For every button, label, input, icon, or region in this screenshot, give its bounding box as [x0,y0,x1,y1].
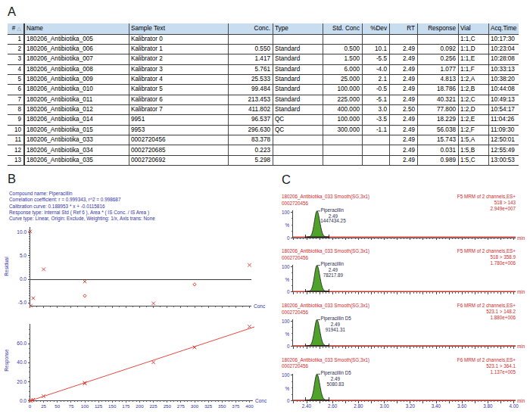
svg-text:0002720456: 0002720456 [282,363,309,369]
svg-text:375: 375 [232,403,240,409]
svg-text:Piperacillin: Piperacillin [321,207,344,213]
svg-text:40.0: 40.0 [17,359,26,365]
svg-text:F5 MRM of 2 channels,ES+: F5 MRM of 2 channels,ES+ [457,194,516,199]
svg-text:0002720456: 0002720456 [282,310,309,315]
svg-text:180206_Antibiotika_033 Smooth(: 180206_Antibiotika_033 Smooth(SG,3x1) [282,248,369,254]
svg-text:523.1 > 364.1: 523.1 > 364.1 [486,363,516,369]
svg-text:180206_Antibiotika_033 Smooth(: 180206_Antibiotika_033 Smooth(SG,3x1) [282,357,369,363]
svg-text:250: 250 [164,403,172,409]
svg-text:0.0: 0.0 [20,398,26,403]
svg-text:0: 0 [287,289,290,294]
svg-text:0002720456: 0002720456 [282,255,309,260]
svg-text:20.0: 20.0 [17,379,26,384]
svg-text:3.60: 3.60 [457,403,467,409]
svg-text:518 > 358.9: 518 > 358.9 [491,254,516,260]
svg-text:350: 350 [218,403,226,409]
svg-text:3.20: 3.20 [406,403,416,409]
svg-text:Conc: Conc [254,303,266,309]
svg-text:Piperacillin D5: Piperacillin D5 [321,370,352,376]
svg-text:3.80: 3.80 [483,403,493,409]
svg-text:0: 0 [29,403,32,409]
svg-text:3.40: 3.40 [432,403,441,409]
svg-text:325: 325 [204,403,213,409]
svg-text:1.880e+006: 1.880e+006 [491,315,516,320]
svg-text:225: 225 [149,403,157,409]
svg-text:60.0: 60.0 [17,341,26,346]
svg-text:F6 MRM of 2 channels,ES+: F6 MRM of 2 channels,ES+ [457,357,516,362]
svg-text:min: min [517,289,525,294]
svg-text:Response: Response [4,349,10,372]
svg-text:100: 100 [282,264,290,269]
svg-text:300: 300 [191,403,199,409]
svg-text:100: 100 [81,403,89,409]
svg-text:200: 200 [136,403,144,409]
svg-text:180206_Antibiotika_033 Smooth(: 180206_Antibiotika_033 Smooth(SG,3x1) [282,194,369,200]
svg-text:5.0: 5.0 [20,253,26,258]
svg-text:1.137e+005: 1.137e+005 [491,369,516,375]
svg-text:Residual: Residual [4,257,9,276]
svg-text:125: 125 [95,403,103,409]
svg-text:%: % [285,331,289,337]
svg-text:F5 MRM of 2 channels,ES+: F5 MRM of 2 channels,ES+ [457,248,516,254]
svg-text:1447434.25: 1447434.25 [320,218,346,223]
svg-text:5080.83: 5080.83 [327,381,344,387]
svg-text:%: % [285,277,289,282]
svg-text:0: 0 [287,398,290,403]
svg-text:Piperacillin D5: Piperacillin D5 [321,316,352,322]
svg-text:150: 150 [108,403,117,409]
svg-text:Piperacillin: Piperacillin [321,261,344,267]
svg-text:0.0: 0.0 [20,276,26,282]
svg-text:%: % [285,386,289,391]
svg-text:100: 100 [282,210,290,215]
svg-text:100: 100 [282,319,290,324]
svg-text:4.00: 4.00 [509,403,519,409]
svg-text:min: min [517,235,525,241]
svg-text:0002720456: 0002720456 [282,201,309,206]
svg-text:91941.31: 91941.31 [326,327,346,332]
svg-text:0: 0 [287,235,290,241]
svg-text:50: 50 [55,403,60,409]
svg-text:0: 0 [287,344,290,349]
svg-text:100: 100 [282,372,290,378]
svg-text:2.40: 2.40 [302,403,312,409]
svg-text:%: % [285,222,289,228]
svg-text:3.00: 3.00 [379,403,389,409]
svg-text:523.1 > 148.2: 523.1 > 148.2 [486,309,516,314]
svg-text:175: 175 [122,403,130,409]
svg-text:Conc: Conc [255,398,267,403]
svg-text:2.80: 2.80 [354,403,363,409]
svg-text:2.949e+007: 2.949e+007 [491,206,516,211]
svg-text:F6 MRM of 2 channels,ES+: F6 MRM of 2 channels,ES+ [457,303,516,308]
svg-text:518 > 143: 518 > 143 [494,200,516,205]
svg-text:min: min [517,398,525,403]
svg-text:-5.0: -5.0 [18,300,27,305]
svg-text:180206_Antibiotika_033 Smooth(: 180206_Antibiotika_033 Smooth(SG,3x1) [282,303,369,309]
svg-text:275: 275 [177,403,186,409]
svg-text:min: min [517,344,525,349]
svg-text:1.780e+006: 1.780e+006 [491,260,516,266]
svg-text:400: 400 [245,403,254,409]
svg-text:10.0: 10.0 [17,229,26,235]
svg-text:75: 75 [68,403,73,409]
svg-text:2.60: 2.60 [328,403,338,409]
svg-text:25: 25 [41,403,46,409]
svg-text:78217.89: 78217.89 [323,272,344,278]
